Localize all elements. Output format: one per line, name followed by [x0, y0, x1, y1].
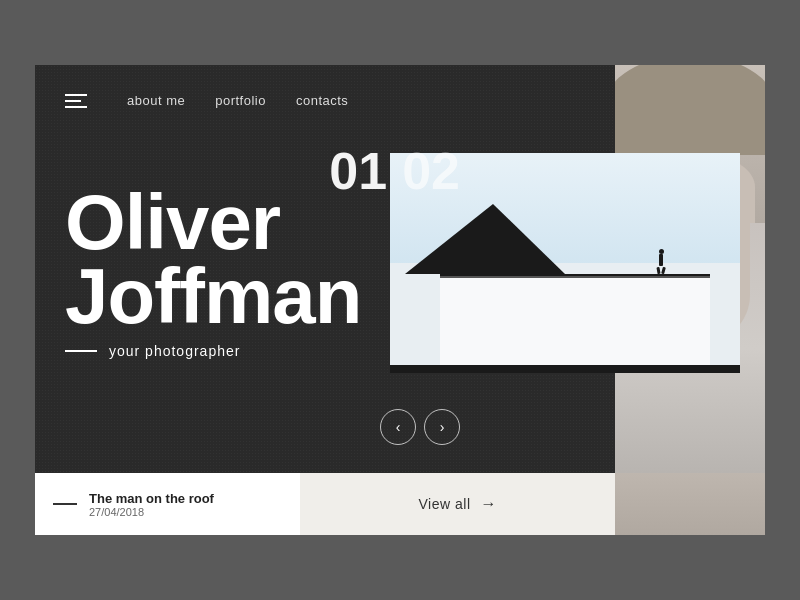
nav-link-portfolio[interactable]: portfolio [215, 93, 266, 108]
hero-name: Oliver Joffman [65, 185, 361, 333]
slide-number-next: 02 [402, 145, 460, 197]
main-container: about me portfolio contacts Oliver Joffm… [35, 65, 765, 535]
slide-title: The man on the roof [89, 491, 282, 506]
view-all-button[interactable]: View all → [300, 473, 615, 535]
subtitle-line [65, 350, 97, 352]
hero-text: Oliver Joffman your photographer [65, 185, 361, 359]
slide-info-dash [53, 503, 77, 505]
hero-subtitle-row: your photographer [65, 343, 361, 359]
prev-arrow-button[interactable]: ‹ [380, 409, 416, 445]
nav-link-contacts[interactable]: contacts [296, 93, 348, 108]
hamburger-menu[interactable] [65, 94, 87, 108]
hero-subtitle: your photographer [109, 343, 240, 359]
slide-info-panel: The man on the roof 27/04/2018 [35, 473, 300, 535]
slide-number-current: 01 [329, 145, 387, 197]
hair-area [615, 65, 765, 155]
nav-link-about[interactable]: about me [127, 93, 185, 108]
slide-numbers: 01 02 [329, 145, 460, 197]
nav-links: about me portfolio contacts [127, 93, 348, 108]
hero-last-name: Joffman [65, 259, 361, 333]
view-all-label: View all [419, 496, 471, 512]
slide-date: 27/04/2018 [89, 506, 282, 518]
navigation: about me portfolio contacts [35, 65, 615, 108]
left-panel: about me portfolio contacts Oliver Joffm… [35, 65, 615, 535]
slide-info-text: The man on the roof 27/04/2018 [89, 491, 282, 518]
next-arrow-button[interactable]: › [424, 409, 460, 445]
nav-arrows: ‹ › [380, 409, 460, 445]
arrow-right-icon: → [481, 495, 497, 513]
hero-first-name: Oliver [65, 185, 361, 259]
